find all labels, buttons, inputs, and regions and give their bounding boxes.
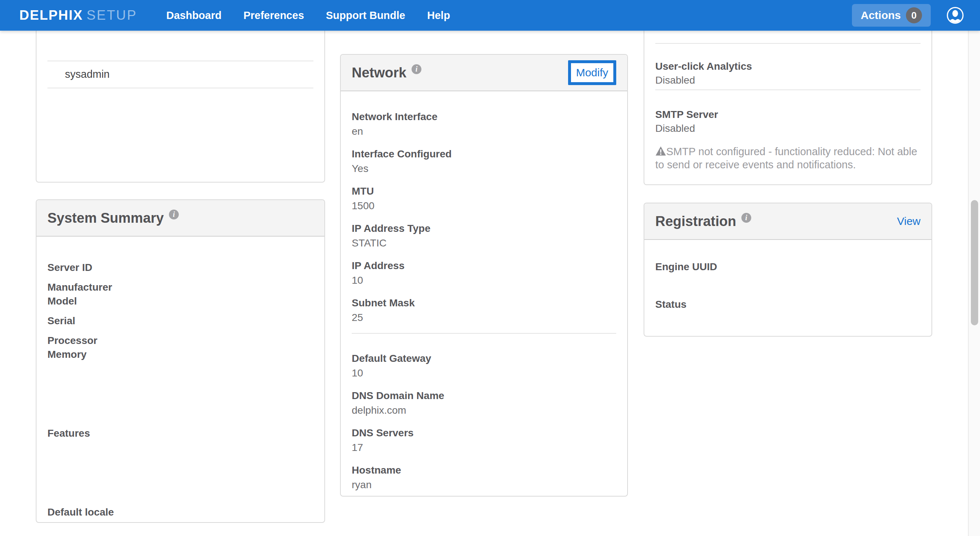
session-username: sysadmin (65, 68, 110, 80)
label-engine-uuid: Engine UUID (655, 260, 921, 274)
smtp-warning: SMTP not configured - functionality redu… (655, 145, 921, 171)
field-label: Default Gateway (352, 351, 616, 366)
network-title: Network (352, 65, 406, 81)
registration-header: Registration i View (644, 203, 931, 240)
field-label: Network Interface (352, 110, 616, 124)
network-header: Network i Modify (341, 55, 627, 91)
info-icon[interactable]: i (412, 64, 422, 74)
field-hostname: Hostname ryan (352, 463, 616, 492)
top-navbar: DELPHIX SETUP Dashboard Preferences Supp… (0, 0, 980, 31)
field-dns-servers: DNS Servers 17 (352, 426, 616, 455)
brand-primary: DELPHIX (19, 8, 83, 23)
field-value: Yes (352, 161, 616, 176)
field-mtu: MTU 1500 (352, 184, 616, 213)
actions-count-badge: 0 (906, 7, 922, 23)
nav-right: Actions 0 (852, 0, 964, 31)
brand-secondary: SETUP (86, 8, 137, 23)
nav-item-help[interactable]: Help (416, 0, 461, 31)
field-value: STATIC (352, 236, 616, 250)
field-default-gateway: Default Gateway 10 (352, 351, 616, 380)
label-model: Model (48, 294, 313, 308)
label-serial: Serial (48, 314, 313, 328)
sessions-card: sysadmin (36, 31, 325, 183)
divider (48, 88, 313, 88)
label-processor: Processor (48, 334, 313, 348)
field-label: IP Address Type (352, 221, 616, 236)
field-value: 1500 (352, 199, 616, 213)
field-value: Disabled (655, 73, 921, 87)
field-dns-domain-name: DNS Domain Name delphix.com (352, 389, 616, 418)
field-ip-address: IP Address 10 (352, 258, 616, 288)
network-card: Network i Modify Network Interface en In… (340, 54, 628, 496)
field-value: en (352, 124, 616, 139)
warning-triangle-icon (655, 146, 666, 156)
field-label: IP Address (352, 258, 616, 273)
field-label: Subnet Mask (352, 296, 616, 310)
field-label: MTU (352, 184, 616, 199)
field-ip-address-type: IP Address Type STATIC (352, 221, 616, 250)
field-value: 17 (352, 440, 616, 455)
label-features: Features (48, 426, 313, 440)
field-label: DNS Domain Name (352, 389, 616, 403)
smtp-warning-text: SMTP not configured - functionality redu… (655, 146, 917, 171)
session-row: sysadmin (48, 61, 313, 88)
field-label: DNS Servers (352, 426, 616, 440)
communication-card: User-click Analytics Disabled SMTP Serve… (644, 31, 932, 185)
main-nav: Dashboard Preferences Support Bundle Hel… (156, 0, 461, 31)
divider (655, 43, 921, 44)
system-summary-card: System Summary i Server ID Manufacturer … (36, 199, 325, 523)
nav-item-preferences[interactable]: Preferences (232, 0, 315, 31)
field-interface-configured: Interface Configured Yes (352, 147, 616, 176)
info-icon[interactable]: i (741, 213, 751, 223)
field-value: 10 (352, 273, 616, 288)
modify-network-button[interactable]: Modify (568, 60, 616, 85)
app-logo: DELPHIX SETUP (19, 8, 137, 23)
nav-item-dashboard[interactable]: Dashboard (156, 0, 232, 31)
label-manufacturer: Manufacturer (48, 281, 313, 294)
actions-button-label: Actions (861, 9, 901, 22)
scrollbar-thumb[interactable] (971, 200, 978, 325)
divider (352, 333, 616, 334)
field-label: User-click Analytics (655, 59, 921, 73)
field-value: 10 (352, 366, 616, 380)
label-memory: Memory (48, 348, 313, 362)
label-status: Status (655, 297, 921, 312)
system-summary-header: System Summary i (37, 200, 325, 237)
field-value: 25 (352, 310, 616, 325)
scrollbar-track[interactable] (968, 31, 980, 536)
info-icon[interactable]: i (169, 210, 179, 219)
field-value: ryan (352, 478, 616, 492)
field-user-click-analytics: User-click Analytics Disabled (655, 59, 921, 87)
field-network-interface: Network Interface en (352, 110, 616, 139)
user-avatar-icon[interactable] (946, 6, 964, 24)
field-label: SMTP Server (655, 108, 921, 121)
registration-card: Registration i View Engine UUID Status (644, 203, 932, 337)
field-subnet-mask: Subnet Mask 25 (352, 296, 616, 325)
field-smtp-server: SMTP Server Disabled (655, 108, 921, 136)
actions-button[interactable]: Actions 0 (852, 4, 931, 27)
nav-item-support-bundle[interactable]: Support Bundle (315, 0, 416, 31)
divider (655, 89, 921, 90)
label-default-locale: Default locale (48, 505, 313, 519)
field-label: Interface Configured (352, 147, 616, 161)
registration-view-link[interactable]: View (897, 215, 921, 228)
system-summary-title: System Summary (48, 210, 164, 226)
field-value: Disabled (655, 121, 921, 136)
field-value: delphix.com (352, 403, 616, 418)
registration-title: Registration (655, 214, 736, 229)
field-label: Hostname (352, 463, 616, 478)
label-server-id: Server ID (48, 261, 313, 274)
